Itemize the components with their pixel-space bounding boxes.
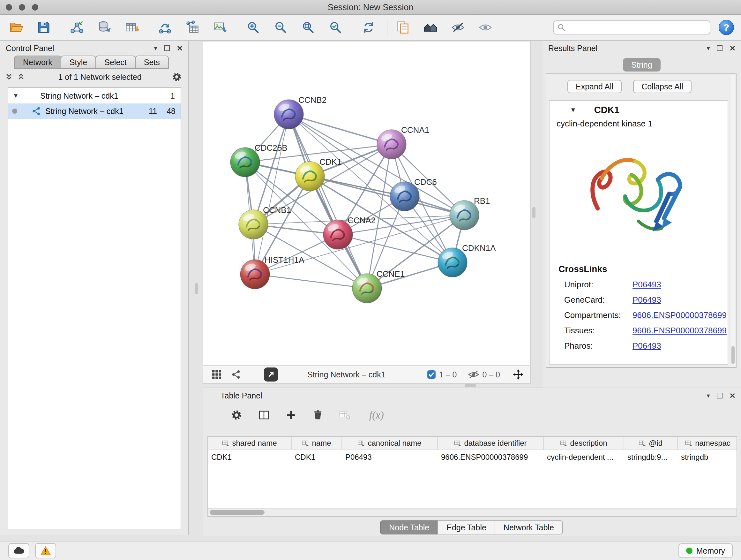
table-row[interactable]: CDK1CDK1P064939606.ENSP00000378699cyclin… — [208, 450, 737, 464]
function-builder-button[interactable]: f(x) — [369, 409, 384, 421]
left-splitter-handle[interactable] — [195, 283, 198, 294]
warnings-button[interactable] — [35, 543, 56, 558]
zoom-selected-button[interactable] — [326, 17, 345, 37]
table-cell[interactable]: cyclin-dependent ... — [544, 450, 624, 464]
column-header-canonical-name[interactable]: canonical name — [342, 437, 438, 449]
crosslink-link[interactable]: P06493 — [632, 341, 661, 351]
panel-menu-icon[interactable]: ▾ — [706, 392, 710, 399]
panel-float-icon[interactable] — [717, 45, 723, 51]
column-header-description[interactable]: description — [544, 437, 624, 449]
collapse-all-button[interactable]: Collapse All — [633, 80, 691, 93]
table-cell[interactable]: P06493 — [342, 450, 438, 464]
import-network-file-button[interactable] — [68, 17, 86, 37]
copy-document-button[interactable] — [394, 17, 412, 37]
network-collection-row[interactable]: ▼ String Network – cdk1 1 — [8, 88, 181, 104]
edge-CCNB2-CCNA1[interactable] — [289, 114, 392, 144]
column-header-name[interactable]: name — [292, 437, 342, 449]
hide-selected-button[interactable] — [449, 17, 467, 37]
tab-select[interactable]: Select — [95, 56, 135, 69]
table-cell[interactable]: CDK1 — [208, 450, 292, 464]
crosslink-link[interactable]: 9606.ENSP00000378699 — [632, 310, 727, 320]
tab-sets[interactable]: Sets — [135, 56, 169, 69]
tab-network[interactable]: Network — [14, 56, 61, 69]
results-panel-title: Results Panel — [548, 44, 597, 53]
panel-float-icon[interactable] — [717, 393, 723, 398]
zoom-in-button[interactable] — [244, 17, 262, 37]
birdseye-toggle-button[interactable] — [212, 369, 222, 380]
show-columns-button[interactable] — [258, 409, 270, 422]
edge-HIST1H1A-CCNE1[interactable] — [255, 274, 367, 288]
cloud-button[interactable] — [8, 543, 29, 558]
search-input[interactable] — [568, 23, 706, 32]
crosslink-link[interactable]: 9606.ENSP00000378699 — [632, 326, 727, 335]
checkbox-icon[interactable] — [427, 370, 436, 379]
panel-close-icon[interactable]: × — [730, 45, 735, 51]
crosslink-link[interactable]: P06493 — [632, 295, 661, 305]
apply-layout-button[interactable] — [359, 17, 378, 37]
tab-network-table[interactable]: Network Table — [495, 520, 563, 535]
table-hscrollbar[interactable] — [208, 508, 737, 516]
import-network-database-button[interactable] — [95, 17, 114, 37]
minimize-window-button[interactable] — [19, 4, 25, 10]
tab-node-table[interactable]: Node Table — [380, 520, 438, 535]
results-scrollbar-thumb[interactable] — [731, 346, 735, 364]
edge-CDK1-RB1[interactable] — [310, 176, 464, 215]
section-collapse-icon[interactable]: ▼ — [570, 106, 576, 114]
table-cell[interactable]: stringdb — [678, 450, 737, 464]
edge-CCNB2-HIST1H1A[interactable] — [255, 114, 289, 274]
expand-all-button[interactable]: Expand All — [567, 80, 622, 93]
create-column-button[interactable] — [285, 409, 297, 421]
selected-indicator: 1 – 0 — [427, 370, 457, 379]
save-session-button[interactable] — [35, 17, 53, 37]
open-view-button[interactable] — [264, 368, 278, 381]
table-cell[interactable]: stringdb:9... — [624, 450, 678, 464]
first-neighbors-button[interactable] — [421, 17, 440, 37]
table-hscrollbar-thumb[interactable] — [210, 510, 265, 515]
tab-edge-table[interactable]: Edge Table — [437, 520, 495, 535]
collapse-all-icon[interactable] — [5, 73, 13, 81]
crosslink-link[interactable]: P06493 — [632, 280, 661, 290]
zoom-window-button[interactable] — [32, 4, 38, 10]
export-image-button[interactable] — [211, 17, 229, 37]
zoom-out-button[interactable] — [271, 17, 290, 37]
panel-float-icon[interactable] — [164, 45, 170, 51]
zoom-fit-button[interactable] — [299, 17, 317, 37]
column-header-database-identifier[interactable]: database identifier — [438, 437, 544, 449]
open-session-button[interactable] — [7, 17, 25, 37]
gene-section-header[interactable]: ▼ CDK1 — [549, 101, 728, 119]
panel-close-icon[interactable]: × — [730, 393, 735, 398]
panel-close-icon[interactable]: × — [177, 45, 183, 51]
close-window-button[interactable] — [6, 4, 12, 10]
tab-style[interactable]: Style — [61, 56, 96, 69]
bottom-splitter-handle[interactable] — [465, 384, 476, 387]
memory-button[interactable]: Memory — [678, 543, 733, 558]
expand-all-icon[interactable] — [17, 73, 25, 81]
pan-button[interactable] — [513, 369, 524, 380]
import-table-button[interactable] — [123, 17, 141, 37]
collapse-triangle-icon[interactable]: ▼ — [13, 92, 22, 99]
column-header-label: shared name — [232, 439, 277, 448]
table-settings-button[interactable] — [230, 409, 243, 422]
results-scrollbar[interactable] — [731, 75, 735, 367]
column-header-@id[interactable]: @id — [624, 437, 678, 449]
eye-slash-icon — [451, 20, 465, 35]
panel-menu-icon[interactable]: ▾ — [706, 44, 710, 52]
delete-column-button[interactable] — [312, 409, 324, 421]
column-header-shared-name[interactable]: shared name — [208, 437, 292, 449]
right-splitter-handle[interactable] — [532, 207, 536, 219]
table-cell[interactable]: CDK1 — [292, 450, 342, 464]
network-canvas[interactable]: CCNB2CCNA1CDC25BCDK1CDC6RB1CCNB1CCNA2CDK… — [203, 42, 530, 365]
export-network-button[interactable] — [156, 17, 174, 37]
network-options-button[interactable] — [171, 71, 183, 83]
column-header-namespac[interactable]: namespac — [678, 437, 737, 449]
table-cell[interactable]: 9606.ENSP00000378699 — [438, 450, 544, 464]
help-button[interactable]: ? — [719, 20, 734, 35]
export-table-button[interactable] — [183, 17, 202, 37]
show-all-button[interactable] — [476, 17, 495, 37]
eye-slash-small-icon[interactable] — [468, 370, 479, 379]
tab-string[interactable]: String — [623, 58, 661, 71]
import-table-icon — [125, 20, 139, 35]
share-network-button[interactable] — [231, 370, 241, 379]
network-row-selected[interactable]: String Network – cdk1 11 48 — [8, 104, 181, 119]
panel-menu-icon[interactable]: ▾ — [154, 44, 157, 52]
